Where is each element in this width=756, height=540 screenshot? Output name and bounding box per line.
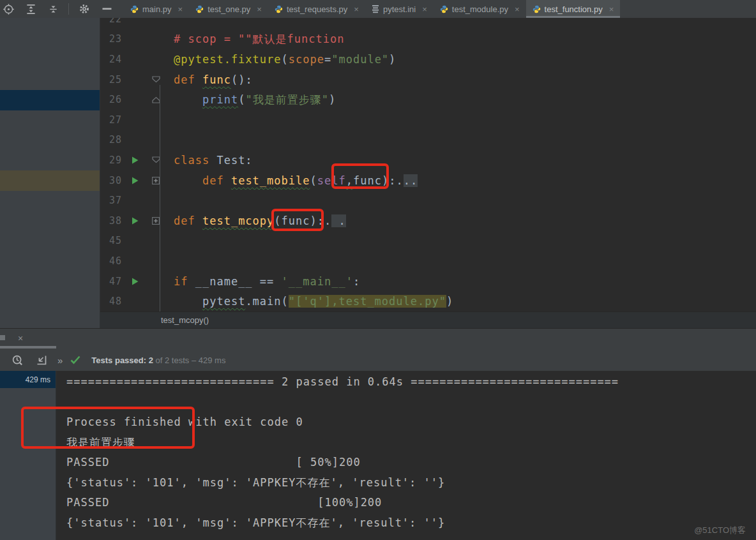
more-actions-icon[interactable]: » bbox=[57, 355, 62, 366]
close-icon[interactable]: × bbox=[515, 4, 520, 14]
hide-panel-icon[interactable] bbox=[98, 1, 115, 17]
watermark: @51CTO博客 bbox=[694, 525, 746, 536]
breadcrumb: test_mcopy() bbox=[100, 311, 756, 328]
line-number[interactable]: 25 bbox=[100, 74, 122, 86]
test-status-text: Tests passed: 2 of 2 tests – 429 ms bbox=[91, 356, 225, 365]
fold-up-icon[interactable] bbox=[147, 96, 164, 103]
close-icon[interactable]: × bbox=[422, 4, 427, 14]
code-token: : bbox=[353, 275, 360, 288]
code-token: func bbox=[202, 73, 231, 86]
code-line-26: 26 print("我是前置步骤") bbox=[100, 89, 756, 110]
test-tree-selected-row[interactable]: 429 ms bbox=[0, 371, 56, 388]
line-number[interactable]: 37 bbox=[100, 195, 122, 206]
code-token: "我是前置步骤" bbox=[245, 93, 328, 106]
python-file-icon bbox=[533, 5, 541, 13]
line-number[interactable]: 24 bbox=[100, 54, 122, 65]
selected-row-highlight-olive bbox=[0, 170, 100, 191]
code-line-29: 29class Test: bbox=[100, 150, 756, 170]
line-number[interactable]: 28 bbox=[100, 134, 122, 146]
code-token: class bbox=[174, 154, 216, 167]
close-icon[interactable]: × bbox=[609, 4, 614, 14]
line-number[interactable]: 38 bbox=[100, 215, 122, 227]
code-text[interactable]: if __name__ == '__main__': bbox=[174, 275, 360, 288]
run-test-icon[interactable] bbox=[122, 177, 147, 184]
gear-icon[interactable] bbox=[76, 1, 93, 17]
code-editor[interactable]: 2223# scop = ""默认是function24@pytest.fixt… bbox=[100, 18, 756, 311]
line-number[interactable]: 46 bbox=[100, 255, 122, 267]
tab-test_requests-py[interactable]: test_requests.py× bbox=[268, 0, 365, 18]
run-test-icon[interactable] bbox=[122, 217, 147, 225]
code-text[interactable]: pytest.main("['q'],test_module.py") bbox=[174, 295, 453, 308]
tab-stub bbox=[0, 335, 5, 340]
tab-main-py[interactable]: main.py× bbox=[124, 0, 189, 18]
code-token: ) bbox=[389, 53, 396, 66]
code-text[interactable]: print("我是前置步骤") bbox=[174, 93, 336, 107]
run-test-icon[interactable] bbox=[122, 156, 147, 164]
test-tree[interactable]: 429 ms bbox=[0, 371, 56, 540]
line-number[interactable]: 27 bbox=[100, 114, 122, 126]
tests-passed-check-icon bbox=[70, 352, 81, 368]
code-token: Test: bbox=[216, 154, 252, 167]
close-icon[interactable]: × bbox=[354, 4, 359, 14]
fold-guide-line bbox=[160, 85, 160, 311]
code-line-38: 38def test_mcopy(func):. . bbox=[100, 211, 756, 231]
fold-plus-icon[interactable] bbox=[147, 217, 164, 225]
code-token: .main( bbox=[245, 295, 288, 308]
line-number[interactable]: 22 bbox=[100, 18, 122, 25]
code-token: ) bbox=[446, 295, 453, 308]
code-token: . bbox=[396, 174, 403, 187]
ide-window: main.py×test_one.py×test_requests.py×pyt… bbox=[0, 0, 756, 540]
test-results-toolbar: » Tests passed: 2 of 2 tests – 429 ms bbox=[0, 349, 756, 371]
tab-test_function-py[interactable]: test_function.py× bbox=[526, 0, 621, 18]
line-number[interactable]: 45 bbox=[100, 235, 122, 246]
code-token: = bbox=[324, 53, 331, 66]
line-number[interactable]: 26 bbox=[100, 94, 122, 105]
import-test-results-icon[interactable] bbox=[33, 352, 50, 368]
tab-test_one-py[interactable]: test_one.py× bbox=[189, 0, 268, 18]
editor-toolbar bbox=[0, 0, 120, 18]
close-icon[interactable]: × bbox=[178, 4, 183, 14]
code-text[interactable]: # scop = ""默认是function bbox=[174, 32, 344, 47]
fold-plus-icon[interactable] bbox=[147, 177, 164, 184]
tab-label: test_requests.py bbox=[287, 4, 347, 14]
line-number[interactable]: 23 bbox=[100, 33, 122, 45]
code-line-48: 48 pytest.main("['q'],test_module.py") bbox=[100, 291, 756, 311]
close-icon[interactable]: × bbox=[18, 333, 23, 343]
code-text[interactable]: class Test: bbox=[174, 154, 253, 167]
collapse-all-icon[interactable] bbox=[45, 1, 61, 17]
toolbar-divider bbox=[68, 3, 69, 15]
code-text[interactable]: @pytest.fixture(scope="module") bbox=[174, 53, 396, 66]
line-number[interactable]: 29 bbox=[100, 154, 122, 166]
line-number[interactable]: 48 bbox=[100, 296, 122, 307]
code-token: def bbox=[202, 174, 231, 187]
code-line-24: 24@pytest.fixture(scope="module") bbox=[100, 49, 756, 70]
code-token: def bbox=[174, 214, 202, 227]
code-token: print bbox=[202, 93, 238, 106]
navigate-crosshair-icon[interactable] bbox=[0, 1, 17, 17]
breadcrumb-item[interactable]: test_mcopy() bbox=[161, 315, 209, 325]
fold-down-icon[interactable] bbox=[147, 76, 164, 83]
tab-test_module-py[interactable]: test_module.py× bbox=[434, 0, 526, 18]
sort-by-duration-icon[interactable] bbox=[9, 352, 26, 368]
code-token: "module" bbox=[331, 53, 389, 66]
console-line: PASSED [100%]200 bbox=[66, 493, 756, 513]
code-text[interactable]: def func(): bbox=[174, 73, 253, 86]
line-number[interactable]: 47 bbox=[100, 276, 122, 287]
code-token: '__main__' bbox=[282, 275, 353, 288]
code-token bbox=[174, 174, 202, 187]
console-line: PASSED [ 50%]200 bbox=[66, 453, 756, 473]
code-token: (): bbox=[231, 73, 253, 86]
close-icon[interactable]: × bbox=[257, 4, 262, 14]
expand-all-icon[interactable] bbox=[22, 1, 39, 17]
project-panel[interactable] bbox=[0, 18, 100, 328]
code-token: pytest bbox=[202, 295, 245, 308]
annotation-box-func-line30 bbox=[331, 163, 389, 189]
fold-down-icon[interactable] bbox=[147, 156, 164, 163]
line-number[interactable]: 30 bbox=[100, 175, 122, 186]
ini-file-icon bbox=[372, 4, 379, 13]
tab-pytest-ini[interactable]: pytest.ini× bbox=[365, 0, 434, 18]
run-test-icon[interactable] bbox=[122, 278, 147, 285]
python-file-icon bbox=[130, 5, 139, 13]
code-token: # scop = ""默认是function bbox=[174, 33, 344, 45]
test-duration: 429 ms bbox=[26, 375, 50, 384]
